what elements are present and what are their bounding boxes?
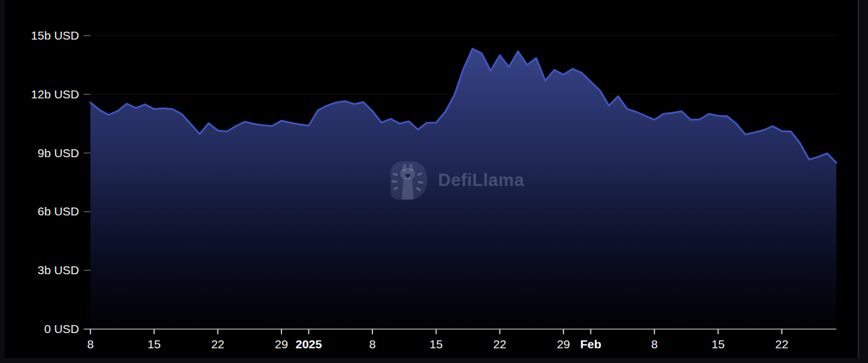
x-axis-label: 22 (474, 338, 525, 351)
area-series-fill (90, 49, 836, 329)
y-axis-label: 0 USD (5, 323, 79, 335)
x-axis-label: 8 (629, 338, 680, 351)
y-axis-label: 9b USD (5, 147, 79, 159)
tvl-area-chart[interactable] (0, 0, 868, 363)
y-axis-label: 3b USD (5, 264, 79, 276)
x-axis-label: 2025 (283, 338, 334, 351)
x-axis-label: 8 (65, 338, 116, 351)
x-axis-label: 15 (129, 338, 180, 351)
x-axis-label: 8 (347, 338, 398, 351)
x-axis-label: 22 (756, 338, 807, 351)
y-axis-label: 15b USD (5, 29, 79, 42)
x-axis-label: Feb (565, 338, 616, 351)
x-axis-label: 15 (693, 338, 744, 351)
x-axis-label: 22 (192, 338, 243, 351)
y-axis-label: 6b USD (5, 205, 79, 218)
axes (84, 329, 836, 334)
x-axis-label: 15 (411, 338, 462, 351)
y-axis-label: 12b USD (5, 88, 79, 101)
